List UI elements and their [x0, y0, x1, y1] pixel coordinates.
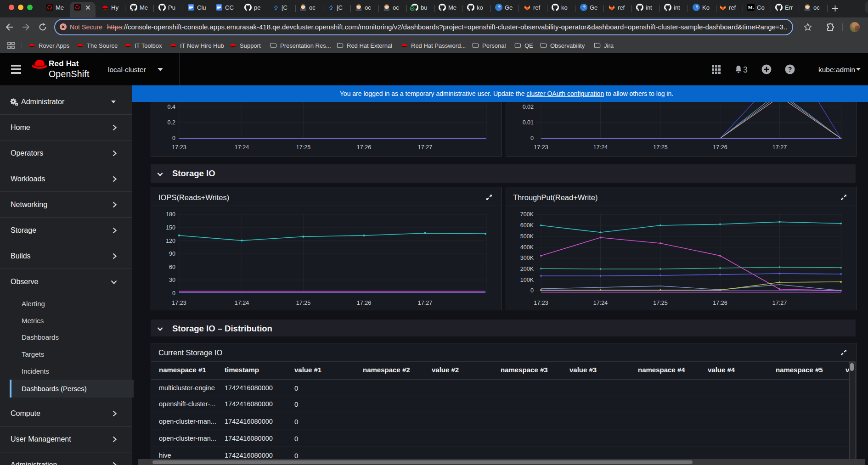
svg-text:17:26: 17:26 — [713, 144, 727, 151]
svg-text:17:25: 17:25 — [653, 300, 667, 306]
svg-text:17:27: 17:27 — [772, 300, 787, 306]
svg-text:17:24: 17:24 — [235, 300, 249, 306]
svg-text:0: 0 — [172, 290, 175, 297]
svg-text:17:24: 17:24 — [593, 300, 608, 306]
svg-text:17:26: 17:26 — [713, 300, 727, 306]
svg-text:150: 150 — [166, 224, 175, 231]
svg-text:300K: 300K — [520, 255, 534, 261]
svg-text:0: 0 — [530, 287, 534, 294]
svg-text:17:23: 17:23 — [534, 144, 548, 151]
svg-text:90: 90 — [169, 251, 175, 257]
svg-text:700K: 700K — [520, 211, 534, 218]
svg-text:17:27: 17:27 — [772, 144, 787, 151]
svg-text:30: 30 — [169, 277, 175, 283]
svg-text:17:27: 17:27 — [418, 300, 432, 306]
svg-text:17:25: 17:25 — [653, 144, 667, 151]
svg-text:180: 180 — [166, 211, 175, 218]
svg-text:17:23: 17:23 — [534, 300, 548, 306]
svg-text:0.4: 0.4 — [168, 104, 175, 110]
svg-text:17:25: 17:25 — [296, 300, 310, 306]
svg-text:100K: 100K — [520, 277, 534, 283]
svg-text:0: 0 — [172, 135, 175, 141]
svg-text:500K: 500K — [520, 233, 534, 240]
svg-text:17:24: 17:24 — [235, 144, 249, 151]
svg-text:0.2: 0.2 — [168, 119, 175, 126]
svg-text:17:27: 17:27 — [418, 144, 432, 151]
svg-text:17:26: 17:26 — [357, 300, 371, 306]
svg-text:60: 60 — [169, 264, 175, 270]
svg-text:600K: 600K — [520, 222, 534, 229]
svg-text:0: 0 — [530, 135, 534, 141]
svg-text:M.: M. — [748, 5, 754, 10]
svg-text:120: 120 — [166, 238, 175, 244]
svg-text:200K: 200K — [520, 266, 534, 272]
svg-text:17:25: 17:25 — [296, 144, 310, 151]
svg-text:17:26: 17:26 — [357, 144, 371, 151]
svg-text:0.01: 0.01 — [523, 119, 534, 126]
svg-text:0.02: 0.02 — [523, 104, 534, 110]
svg-text:400K: 400K — [520, 244, 534, 251]
svg-text:?: ? — [788, 66, 792, 73]
svg-text:17:23: 17:23 — [172, 144, 186, 151]
svg-text:17:24: 17:24 — [593, 144, 608, 151]
svg-text:17:23: 17:23 — [172, 300, 186, 306]
